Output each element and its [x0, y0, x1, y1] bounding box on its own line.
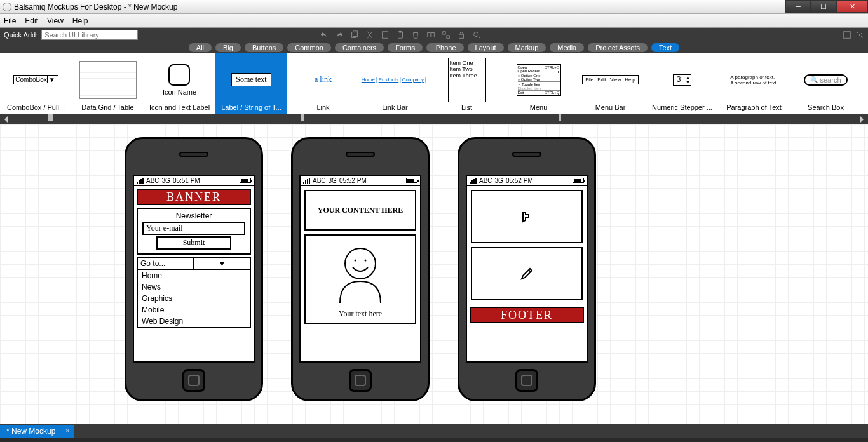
lib-stepper[interactable]: 3▲▼ Numeric Stepper ... [646, 53, 718, 114]
footer-box: FOOTER [470, 307, 584, 323]
list-item[interactable]: Mobile [138, 304, 250, 316]
lib-linkbar[interactable]: Home | Products | Company | | Link Bar [359, 53, 431, 114]
list-item[interactable]: Home [138, 270, 250, 281]
cut-icon[interactable] [365, 30, 374, 39]
cat-layout[interactable]: Layout [468, 43, 504, 52]
cat-containers[interactable]: Containers [335, 43, 384, 52]
time: 05:52 PM [339, 177, 367, 184]
close-tab-icon[interactable]: × [65, 427, 69, 434]
tab-new-mockup[interactable]: * New Mockup × [0, 425, 74, 438]
submit-button[interactable]: Submit [156, 236, 231, 250]
cat-forms[interactable]: Forms [388, 43, 423, 52]
toolbar-icons [320, 30, 481, 39]
zoom-icon[interactable] [472, 30, 481, 39]
menu-view[interactable]: View [47, 17, 64, 25]
menu-help[interactable]: Help [72, 17, 88, 25]
lock-icon[interactable] [457, 30, 466, 39]
image-box: Your text here [304, 234, 416, 324]
home-button[interactable] [515, 369, 538, 392]
person-icon [329, 239, 392, 303]
battery-icon [573, 178, 584, 183]
close-panel-icon[interactable] [855, 30, 864, 39]
svg-rect-6 [431, 33, 434, 37]
ruler[interactable] [0, 114, 868, 124]
lib-link[interactable]: a link Link [287, 53, 359, 114]
delete-icon[interactable] [411, 30, 420, 39]
phone-mock-2[interactable]: ABC 3G 05:52 PM YOUR CONTENT HERE Your t… [291, 137, 430, 401]
home-button[interactable] [182, 369, 205, 392]
quickadd-label: Quick Add: [4, 31, 37, 39]
paste-icon[interactable] [381, 30, 390, 39]
fullscreen-icon[interactable] [843, 30, 851, 39]
content-placeholder: YOUR CONTENT HERE [304, 190, 416, 231]
phone-mock-1[interactable]: ABC 3G 05:51 PM BANNER Newsletter Submit… [125, 137, 263, 401]
svg-rect-8 [447, 36, 449, 38]
svg-point-14 [365, 260, 367, 262]
redo-icon[interactable] [335, 30, 344, 39]
home-button[interactable] [349, 369, 372, 392]
phone-screen: ABC 3G 05:52 PM FOOTER [466, 175, 588, 363]
lib-icon-label[interactable]: Icon Name Icon and Text Label [144, 53, 215, 114]
social-card [471, 190, 583, 243]
cat-iphone[interactable]: iPhone [426, 43, 463, 52]
lib-menubar[interactable]: FileEditViewHelp Menu Bar [574, 53, 646, 114]
cat-text[interactable]: Text [651, 43, 679, 52]
cat-project-assets[interactable]: Project Assets [588, 43, 648, 52]
svg-rect-11 [844, 32, 851, 39]
canvas[interactable]: ABC 3G 05:51 PM BANNER Newsletter Submit… [0, 124, 868, 424]
carrier: ABC [146, 177, 159, 184]
signal-icon [303, 178, 310, 184]
lib-label[interactable]: Some text Label / String of T... [215, 53, 287, 114]
lib-list[interactable]: Item OneItem TwoItem Three List [431, 53, 503, 114]
ruler-marker[interactable] [301, 114, 304, 121]
toolstrip: Quick Add: [0, 28, 868, 42]
phone-mock-3[interactable]: ABC 3G 05:52 PM FOOTER [458, 137, 596, 401]
cat-big[interactable]: Big [215, 43, 241, 52]
cat-buttons[interactable]: Buttons [245, 43, 283, 52]
statusbar: ABC 3G 05:51 PM [134, 176, 254, 186]
email-field[interactable] [142, 222, 245, 235]
time: 05:51 PM [173, 177, 200, 184]
menubar: File Edit View Help [0, 14, 868, 28]
titlebar: Balsamiq Mockups For Desktop - * New Moc… [0, 0, 868, 14]
cat-markup[interactable]: Markup [508, 43, 546, 52]
svg-rect-5 [428, 33, 430, 37]
statusbar: ABC 3G 05:52 PM [467, 176, 587, 186]
lib-paragraph[interactable]: A paragraph of text.A second row of text… [718, 53, 790, 114]
phone-screen: ABC 3G 05:52 PM YOUR CONTENT HERE Your t… [299, 175, 421, 363]
carrier: ABC [479, 177, 492, 184]
cat-all[interactable]: All [189, 43, 212, 52]
menu-edit[interactable]: Edit [25, 17, 38, 25]
lib-menu[interactable]: OpenCTRL+O Open Recent▸ ○ Option One ○ O… [503, 53, 574, 114]
lib-searchbox[interactable]: 🔍search Search Box [790, 53, 862, 114]
goto-combo[interactable]: Go to...▼ [137, 257, 251, 270]
clipboard-icon[interactable] [396, 30, 405, 39]
banner-box: BANNER [137, 189, 251, 205]
pencil-icon [519, 266, 534, 281]
svg-rect-7 [443, 32, 445, 34]
cat-common[interactable]: Common [287, 43, 331, 52]
list-item[interactable]: Web Design [138, 316, 250, 327]
lib-datagrid[interactable]: Data Grid / Table [72, 53, 144, 114]
undo-icon[interactable] [320, 30, 329, 39]
minimize-button[interactable]: ─ [785, 0, 811, 13]
quickadd-input[interactable] [41, 30, 138, 40]
newsletter-box: Newsletter Submit [137, 208, 251, 255]
list-item[interactable]: Graphics [138, 293, 250, 304]
ungroup-icon[interactable] [442, 30, 451, 39]
list-item[interactable]: News [138, 281, 250, 293]
category-row: All Big Buttons Common Containers Forms … [0, 42, 868, 53]
time: 05:52 PM [506, 177, 533, 184]
cat-media[interactable]: Media [550, 43, 584, 52]
ruler-marker[interactable] [48, 114, 53, 121]
group-icon[interactable] [426, 30, 435, 39]
battery-icon [240, 178, 251, 183]
menu-file[interactable]: File [4, 17, 16, 25]
lib-combobox[interactable]: ComboBox▼ ComboBox / Pull... [0, 53, 72, 114]
copy-icon[interactable] [350, 30, 359, 39]
svg-point-10 [474, 32, 478, 37]
ruler-marker[interactable] [559, 114, 561, 121]
maximize-button[interactable]: ☐ [811, 0, 836, 13]
close-button[interactable]: ✕ [836, 0, 868, 13]
lib-subtitle[interactable]: A Su Su [862, 53, 868, 114]
